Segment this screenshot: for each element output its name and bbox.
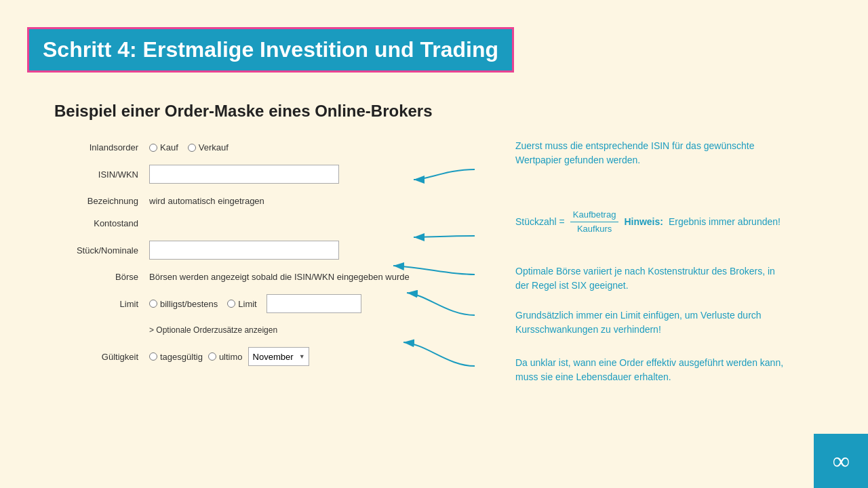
fraction-numerator: Kaufbetrag <box>570 208 619 222</box>
month-select-wrapper[interactable]: Oktober November Dezember Januar <box>248 347 309 366</box>
limit-option-radio[interactable] <box>227 300 235 308</box>
isin-control <box>149 165 339 184</box>
stueck-row: Stück/Nominale <box>41 241 461 260</box>
annotation-stueck: Stückzahl = Kaufbetrag Kaufkurs Hinweis:… <box>515 207 814 235</box>
section-title-area: Beispiel einer Order-Maske eines Online-… <box>54 102 433 121</box>
optional-row: > Optionale Orderzusätze anzeigen <box>41 325 461 335</box>
annotation-limit-text: Grundsätzlich immer ein Limit einfügen, … <box>515 310 762 335</box>
kauf-radio-item[interactable]: Kauf <box>149 142 178 152</box>
section-title: Beispiel einer Order-Maske eines Online-… <box>54 102 433 120</box>
tagesgultig-label: tagesgültig <box>160 352 203 362</box>
verkauf-radio-item[interactable]: Verkauf <box>188 142 229 152</box>
kontostand-label: Kontostand <box>41 218 149 228</box>
ultimo-label: ultimo <box>219 352 243 362</box>
boerse-row: Börse Börsen werden angezeigt sobald die… <box>41 272 461 282</box>
tagesgultig-radio[interactable] <box>149 352 157 361</box>
stueck-prefix: Stückzahl = <box>515 215 565 229</box>
annotation-isin: Zuerst muss die entsprechende ISIN für d… <box>515 139 787 167</box>
logo-corner: ∞ <box>814 434 868 488</box>
limit-option-radio-item[interactable]: Limit <box>227 299 256 309</box>
annotation-gultigkeit: Da unklar ist, wann eine Order effektiv … <box>515 356 787 384</box>
stueck-control <box>149 241 339 260</box>
limit-row: Limit billigst/bestens Limit <box>41 294 461 313</box>
ultimo-radio-item[interactable]: ultimo <box>208 352 243 362</box>
billigst-radio[interactable] <box>149 300 157 308</box>
annotation-gultigkeit-text: Da unklar ist, wann eine Order effektiv … <box>515 357 783 382</box>
limit-option-label: Limit <box>238 299 256 309</box>
kauf-label: Kauf <box>160 142 178 152</box>
kontostand-row: Kontostand <box>41 218 461 228</box>
isin-row: ISIN/WKN <box>41 165 461 184</box>
limit-control: billigst/bestens Limit <box>149 294 361 313</box>
fraction-denominator: Kaufkurs <box>574 222 614 236</box>
annotation-limit: Grundsätzlich immer ein Limit einfügen, … <box>515 308 787 337</box>
annotation-boerse-text: Optimale Börse variiert je nach Kostenst… <box>515 266 775 291</box>
order-form: Inlandsorder Kauf Verkauf ISIN/WKN Bezei… <box>41 142 461 378</box>
gultigkeit-control: tagesgültig ultimo Oktober November Deze… <box>149 347 309 366</box>
limit-label: Limit <box>41 299 149 309</box>
header-title: Schritt 4: Erstmalige Investition und Tr… <box>43 37 498 62</box>
stueck-label: Stück/Nominale <box>41 245 149 256</box>
gultigkeit-row: Gültigkeit tagesgültig ultimo Oktober No… <box>41 347 461 366</box>
optional-link[interactable]: > Optionale Orderzusätze anzeigen <box>149 325 277 335</box>
stueck-fraction: Kaufbetrag Kaufkurs <box>570 208 619 235</box>
inlandsorder-label: Inlandsorder <box>41 142 149 152</box>
stueck-input[interactable] <box>149 241 339 260</box>
logo-symbol: ∞ <box>832 447 850 475</box>
bezeichnung-label: Bezeichnung <box>41 196 149 206</box>
gultigkeit-label: Gültigkeit <box>41 352 149 362</box>
month-select[interactable]: Oktober November Dezember Januar <box>248 347 309 366</box>
billigst-radio-item[interactable]: billigst/bestens <box>149 299 218 309</box>
bezeichnung-value: wird automatisch eingetragen <box>149 196 264 206</box>
inlandsorder-row: Inlandsorder Kauf Verkauf <box>41 142 461 152</box>
tagesgultig-radio-item[interactable]: tagesgültig <box>149 352 203 362</box>
limit-input[interactable] <box>267 294 361 313</box>
stueck-formula: Stückzahl = Kaufbetrag Kaufkurs Hinweis:… <box>515 208 814 235</box>
verkauf-label: Verkauf <box>199 142 229 152</box>
annotation-boerse: Optimale Börse variiert je nach Kostenst… <box>515 264 787 293</box>
ultimo-radio[interactable] <box>208 352 216 361</box>
inlandsorder-radio-group: Kauf Verkauf <box>149 142 229 152</box>
hinweis-text: Ergebnis immer abrunden! <box>669 215 781 229</box>
isin-label: ISIN/WKN <box>41 169 149 180</box>
header-banner: Schritt 4: Erstmalige Investition und Tr… <box>27 27 514 73</box>
boerse-value: Börsen werden angezeigt sobald die ISIN/… <box>149 272 410 282</box>
boerse-label: Börse <box>41 272 149 282</box>
verkauf-radio[interactable] <box>188 144 196 152</box>
bezeichnung-row: Bezeichnung wird automatisch eingetragen <box>41 196 461 206</box>
hinweis-label: Hinweis: <box>624 215 663 229</box>
billigst-label: billigst/bestens <box>160 299 218 309</box>
isin-input[interactable] <box>149 165 339 184</box>
annotation-isin-text: Zuerst muss die entsprechende ISIN für d… <box>515 140 755 165</box>
kauf-radio[interactable] <box>149 144 157 152</box>
